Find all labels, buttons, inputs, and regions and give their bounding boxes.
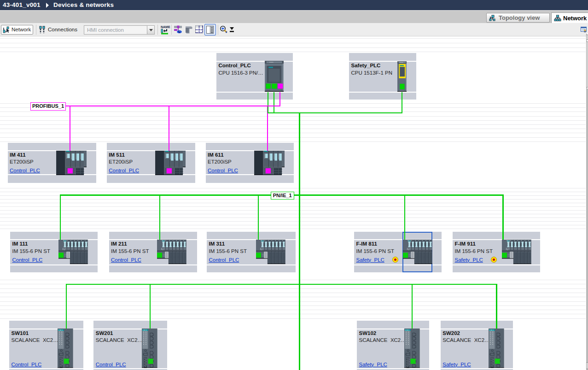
svg-text:NAME: NAME xyxy=(161,25,170,29)
